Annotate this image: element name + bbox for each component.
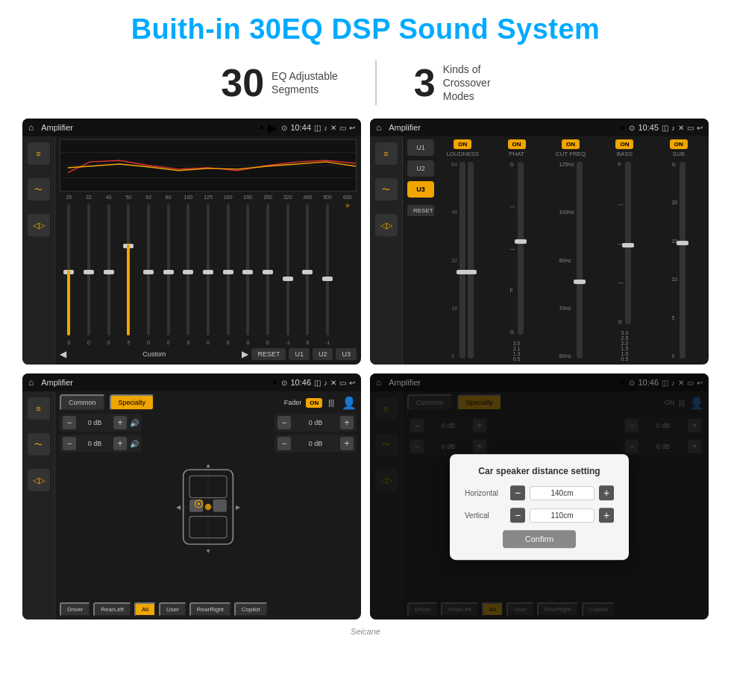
bass-channel: ON BASS F———G 3.02.52.01.51.00.5 xyxy=(599,139,650,362)
vol-icon-2[interactable]: ◁▷ xyxy=(375,214,398,236)
bass-label: BASS xyxy=(617,151,633,157)
speaker-buttons-row: Driver RearLeft All User RearRight Copil… xyxy=(60,602,357,617)
phat-channel: ON PHAT G——FG 3.02.11.30.5 xyxy=(491,139,542,362)
prev-arrow[interactable]: ◀ xyxy=(60,349,66,359)
vertical-plus[interactable]: + xyxy=(599,508,614,523)
eq-slider-col[interactable]: 0 xyxy=(179,201,198,345)
eq-slider-col[interactable]: 0 xyxy=(60,201,78,345)
loudness-toggle[interactable]: ON xyxy=(454,139,471,149)
camera-icon-2: ◫ xyxy=(662,124,668,132)
user-btn[interactable]: User xyxy=(159,602,186,617)
vol-plus-topleft[interactable]: + xyxy=(113,416,127,429)
eq-slider-col[interactable]: 5 xyxy=(119,201,138,345)
screen-eq: ⌂ Amplifier ▪ ▶ ⊙ 10:44 ◫ ♪ ✕ ▭ ↩ ≡ 〜 ◁▷ xyxy=(22,119,361,365)
back-icon-2[interactable]: ↩ xyxy=(697,124,703,132)
horizontal-value[interactable]: 140cm xyxy=(530,486,594,500)
wave-icon-3[interactable]: 〜 xyxy=(28,433,50,455)
next-arrow[interactable]: ▶ xyxy=(242,349,248,359)
vol-icon-3[interactable]: ◁▷ xyxy=(28,469,50,491)
vol-plus-bottomleft[interactable]: + xyxy=(113,437,127,450)
phat-sliders: G——FG xyxy=(491,159,542,338)
eq-slider-col[interactable]: 0 xyxy=(199,201,218,345)
freq-label: 50 xyxy=(119,195,138,200)
cutfreq-toggle[interactable]: ON xyxy=(562,139,580,149)
watermark-text: Seicane xyxy=(351,627,380,636)
loudness-channel: ON LOUDNESS 644832160 xyxy=(437,139,488,362)
horizontal-plus[interactable]: + xyxy=(599,485,614,500)
cutfreq-sliders: 125Hz100Hz80Hz70Hz60Hz xyxy=(545,159,596,362)
bass-slider[interactable] xyxy=(625,162,631,324)
freq-label: 40 xyxy=(99,195,118,200)
preset-label: Custom xyxy=(69,350,239,358)
freq-label: 250 xyxy=(259,195,277,200)
u2-button[interactable]: U2 xyxy=(313,348,333,360)
loudness-slider2[interactable] xyxy=(468,162,474,359)
rear-right-btn[interactable]: RearRight xyxy=(189,602,231,617)
vol-row-topleft: − 0 dB + 🔊 xyxy=(60,414,142,432)
eq-icon-2[interactable]: ≡ xyxy=(375,142,398,165)
sub-slider[interactable] xyxy=(680,162,685,359)
eq-slider-col[interactable]: 0 xyxy=(298,201,317,345)
eq-slider-col[interactable]: 0 xyxy=(80,201,98,345)
home-icon-3[interactable]: ⌂ xyxy=(28,377,34,388)
reset-btn-2[interactable]: RESET xyxy=(407,205,434,216)
svg-point-10 xyxy=(198,502,200,505)
eq-slider-col[interactable]: 0 xyxy=(239,201,257,345)
rear-left-btn[interactable]: RearLeft xyxy=(93,602,131,617)
vol-plus-bottomright[interactable]: + xyxy=(340,437,354,450)
dialog-title: Car speaker distance setting xyxy=(465,466,614,476)
tab-common[interactable]: Common xyxy=(60,394,105,411)
eq-slider-col[interactable]: 0 xyxy=(259,201,277,345)
eq-slider-col[interactable]: 0 xyxy=(99,201,118,345)
speaker-layout-area: Common Specialty Fader ON ||| 👤 − 0 dB + xyxy=(55,391,361,619)
all-btn[interactable]: All xyxy=(134,602,156,617)
u1-preset[interactable]: U1 xyxy=(407,139,434,156)
bass-toggle[interactable]: ON xyxy=(615,139,633,149)
back-icon-3[interactable]: ↩ xyxy=(349,379,355,387)
wave-icon-2[interactable]: 〜 xyxy=(375,178,398,201)
cutfreq-slider[interactable] xyxy=(577,162,583,359)
vol-minus-topleft[interactable]: − xyxy=(63,416,76,429)
u3-preset[interactable]: U3 xyxy=(407,181,434,198)
speaker-controls-left: − 0 dB + 🔊 − 0 dB + 🔊 xyxy=(60,414,142,599)
sub-toggle[interactable]: ON xyxy=(670,139,688,149)
vol-minus-bottomleft[interactable]: − xyxy=(63,437,76,450)
home-icon[interactable]: ⌂ xyxy=(28,122,34,133)
u1-button[interactable]: U1 xyxy=(289,348,310,360)
sub-sliders: G20151050 xyxy=(653,159,704,362)
location-icon: ⊙ xyxy=(281,124,287,132)
vol-minus-bottomright[interactable]: − xyxy=(277,437,291,450)
eq-slider-col[interactable]: 0 xyxy=(139,201,158,345)
fader-toggle[interactable]: ON xyxy=(306,398,322,408)
eq-freq-labels: 25 32 40 50 63 80 100 125 160 200 250 32… xyxy=(60,195,357,200)
eq-slider-col[interactable]: 0 xyxy=(159,201,178,345)
phat-toggle[interactable]: ON xyxy=(508,139,526,149)
driver-btn[interactable]: Driver xyxy=(60,602,90,617)
eq-slider-col[interactable]: -1 xyxy=(278,201,297,345)
freq-label: 400 xyxy=(298,195,317,200)
confirm-button[interactable]: Confirm xyxy=(503,530,577,548)
vol-minus-topright[interactable]: − xyxy=(277,416,291,429)
reset-button[interactable]: RESET xyxy=(251,348,286,360)
statusbar-3: ⌂ Amplifier ▪ ⊙ 10:46 ◫ ♪ ✕ ▭ ↩ xyxy=(22,373,361,391)
u3-button[interactable]: U3 xyxy=(336,348,357,360)
back-icon[interactable]: ↩ xyxy=(349,124,355,132)
vertical-minus[interactable]: − xyxy=(510,508,525,523)
vol-icon[interactable]: ◁▷ xyxy=(28,214,50,236)
eq-icon[interactable]: ≡ xyxy=(28,142,50,165)
loudness-slider[interactable] xyxy=(459,162,465,359)
wave-icon[interactable]: 〜 xyxy=(28,178,50,201)
copilot-btn[interactable]: Copilot xyxy=(234,602,268,617)
eq-slider-col[interactable]: 0 xyxy=(219,201,237,345)
eq-icon-3[interactable]: ≡ xyxy=(28,397,50,420)
horizontal-minus[interactable]: − xyxy=(510,485,525,500)
eq-slider-col[interactable]: » xyxy=(338,201,357,345)
phat-slider[interactable] xyxy=(518,162,524,335)
u2-preset[interactable]: U2 xyxy=(407,160,434,177)
vertical-value[interactable]: 110cm xyxy=(530,508,594,523)
tab-specialty[interactable]: Specialty xyxy=(110,394,155,411)
freq-label: 100 xyxy=(179,195,198,200)
home-icon-2[interactable]: ⌂ xyxy=(376,122,381,133)
eq-slider-col[interactable]: -1 xyxy=(319,201,337,345)
vol-plus-topright[interactable]: + xyxy=(340,416,354,429)
